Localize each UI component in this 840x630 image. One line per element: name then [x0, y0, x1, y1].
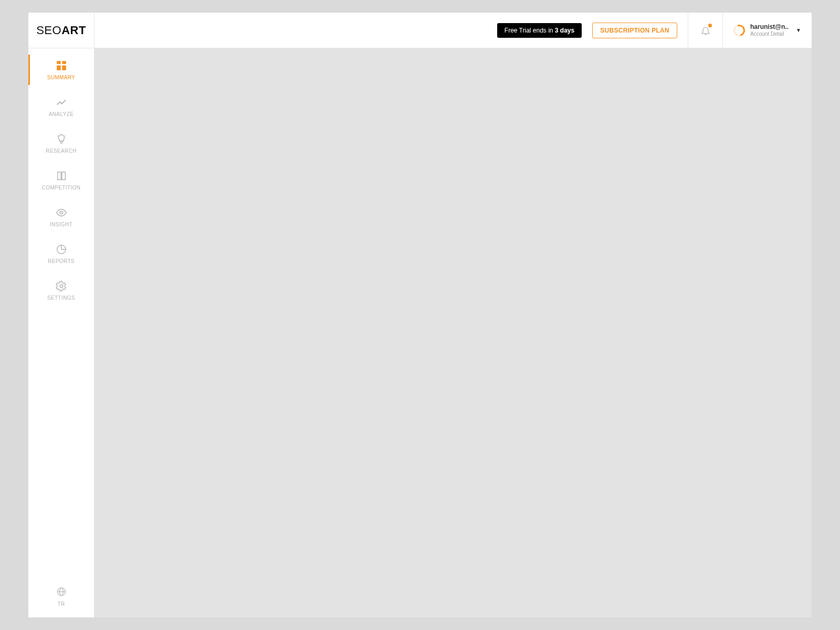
trial-badge: Free Trial ends in 3 days	[497, 23, 582, 38]
account-text: harunist@n.. Account Detail	[750, 24, 791, 36]
language-switcher[interactable]: TR	[28, 581, 94, 612]
logo-text-thin: SEO	[36, 24, 61, 37]
compare-icon	[56, 170, 67, 182]
content-area	[94, 48, 812, 617]
subscription-plan-button[interactable]: SUBSCRIPTION PLAN	[592, 23, 677, 38]
dashboard-icon	[56, 60, 67, 71]
sidebar: SUMMARY ANALYZE RESEAR	[28, 48, 94, 617]
sidebar-spacer	[28, 309, 94, 581]
svg-rect-7	[57, 172, 60, 180]
svg-rect-2	[57, 66, 60, 70]
svg-line-6	[65, 135, 65, 136]
chevron-down-icon: ▼	[796, 27, 801, 33]
account-menu[interactable]: harunist@n.. Account Detail ▼	[722, 13, 812, 48]
sidebar-item-label: RESEARCH	[46, 148, 77, 154]
sidebar-item-label: ANALYZE	[49, 111, 74, 117]
account-name: harunist@n..	[750, 24, 791, 30]
trial-prefix: Free Trial ends in	[505, 27, 555, 34]
logo[interactable]: SEOART	[36, 24, 86, 37]
svg-rect-8	[61, 172, 65, 180]
app-frame: SEOART Free Trial ends in 3 days SUBSCRI…	[28, 13, 812, 617]
svg-rect-0	[57, 61, 60, 64]
loading-spinner-icon	[731, 22, 747, 38]
svg-point-9	[60, 211, 63, 214]
notifications-button[interactable]	[688, 13, 722, 48]
sidebar-item-label: COMPETITION	[42, 185, 81, 191]
svg-rect-3	[62, 66, 65, 70]
logo-cell: SEOART	[28, 13, 94, 48]
account-detail-label: Account Detail	[750, 31, 791, 37]
svg-point-11	[60, 285, 63, 288]
logo-text-bold: ART	[61, 24, 86, 37]
body: SUMMARY ANALYZE RESEAR	[28, 48, 812, 617]
svg-rect-1	[62, 61, 65, 64]
eye-icon	[56, 207, 67, 218]
sidebar-item-label: SUMMARY	[47, 75, 76, 80]
sidebar-item-label: INSIGHT	[50, 222, 72, 227]
sidebar-item-insight[interactable]: INSIGHT	[28, 198, 94, 235]
notification-dot-icon	[708, 24, 712, 27]
sidebar-item-competition[interactable]: COMPETITION	[28, 162, 94, 198]
sidebar-item-label: SETTINGS	[47, 295, 75, 301]
language-label: TR	[57, 601, 65, 607]
sidebar-item-analyze[interactable]: ANALYZE	[28, 88, 94, 125]
header: SEOART Free Trial ends in 3 days SUBSCRI…	[28, 13, 812, 48]
bell-icon	[700, 25, 711, 36]
sidebar-item-label: REPORTS	[48, 258, 75, 264]
sidebar-item-research[interactable]: RESEARCH	[28, 125, 94, 162]
trial-days: 3 days	[555, 27, 574, 34]
sidebar-item-summary[interactable]: SUMMARY	[28, 51, 94, 88]
pie-chart-icon	[56, 244, 67, 255]
globe-icon	[56, 586, 67, 599]
sidebar-item-reports[interactable]: REPORTS	[28, 235, 94, 272]
trend-icon	[56, 97, 67, 108]
lightbulb-icon	[56, 133, 67, 145]
sidebar-item-settings[interactable]: SETTINGS	[28, 272, 94, 309]
svg-line-5	[57, 135, 58, 136]
gear-icon	[56, 280, 67, 292]
